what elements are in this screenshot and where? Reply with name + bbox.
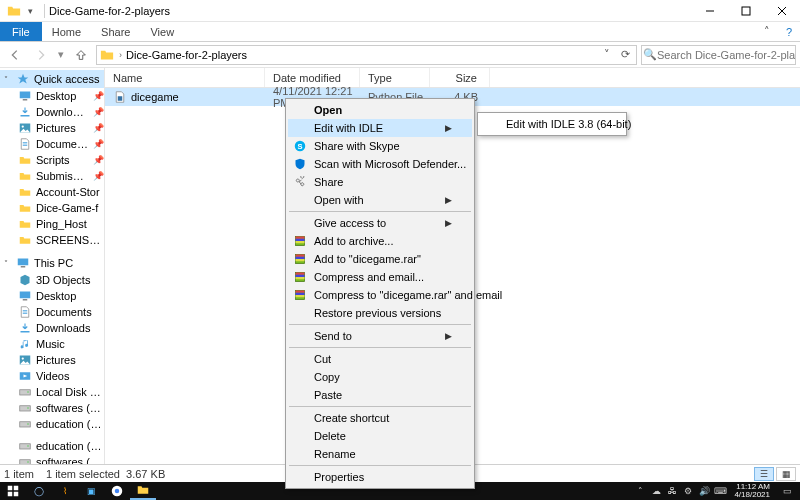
context-menu-item[interactable]: Compress to "dicegame.rar" and email — [288, 286, 472, 304]
context-menu-item[interactable]: Add to "dicegame.rar" — [288, 250, 472, 268]
search-box[interactable]: 🔍 — [641, 45, 796, 65]
sidebar-item[interactable]: softwares (D:) — [0, 400, 104, 416]
sidebar-item[interactable]: Ping_Host — [0, 216, 104, 232]
search-input[interactable] — [657, 49, 795, 61]
maximize-button[interactable] — [728, 0, 764, 22]
context-menu-item[interactable]: Share — [288, 173, 472, 191]
sidebar-item[interactable]: Account-Stor — [0, 184, 104, 200]
taskbar-app-store[interactable]: ▣ — [78, 482, 104, 500]
context-menu-item[interactable]: Paste — [288, 386, 472, 404]
tab-home[interactable]: Home — [42, 22, 91, 41]
sidebar-item[interactable]: Music — [0, 336, 104, 352]
start-button[interactable] — [0, 482, 26, 500]
taskbar-app-explorer[interactable] — [130, 482, 156, 500]
sidebar-item[interactable]: Scripts📌 — [0, 152, 104, 168]
taskbar-app-cortana[interactable]: ◯ — [26, 482, 52, 500]
address-dropdown-button[interactable]: ˅ — [598, 48, 616, 61]
separator — [44, 4, 45, 18]
column-header-name[interactable]: Name — [105, 68, 265, 87]
context-menu-item[interactable]: SShare with Skype — [288, 137, 472, 155]
sidebar-item[interactable]: Local Disk (C:) — [0, 384, 104, 400]
sidebar-item-label: Dice-Game-f — [36, 202, 104, 214]
tab-share[interactable]: Share — [91, 22, 140, 41]
nav-up-button[interactable] — [70, 44, 92, 66]
sidebar-item[interactable]: Dice-Game-f — [0, 200, 104, 216]
context-menu-item[interactable]: Edit with IDLE▶ — [288, 119, 472, 137]
sidebar-item[interactable]: education (E:) — [0, 416, 104, 432]
tray-volume-icon[interactable]: 🔊 — [698, 486, 710, 496]
taskbar-app-chrome[interactable] — [104, 482, 130, 500]
column-header-size[interactable]: Size — [430, 68, 490, 87]
address-box[interactable]: › Dice-Game-for-2-players ˅ ⟳ — [96, 45, 637, 65]
sidebar-item-label: Scripts — [36, 154, 89, 166]
svg-rect-49 — [14, 492, 19, 497]
context-menu-item[interactable]: Delete — [288, 427, 472, 445]
sidebar-item[interactable]: Submission P📌 — [0, 168, 104, 184]
taskbar-clock[interactable]: 11:12 AM 4/18/2021 — [730, 483, 774, 499]
svg-rect-43 — [296, 291, 305, 293]
tray-wifi-icon[interactable]: ⚙ — [682, 486, 694, 496]
context-menu-item[interactable]: Send to▶ — [288, 327, 472, 345]
context-menu-item[interactable]: Rename — [288, 445, 472, 463]
context-menu-item[interactable]: Cut — [288, 350, 472, 368]
context-menu-item[interactable]: Scan with Microsoft Defender... — [288, 155, 472, 173]
context-menu-item[interactable]: Give access to▶ — [288, 214, 472, 232]
sidebar-item[interactable]: education (E:) — [0, 438, 104, 454]
column-header-type[interactable]: Type — [360, 68, 430, 87]
menu-item-label: Edit with IDLE — [314, 122, 423, 134]
svg-rect-36 — [296, 257, 305, 259]
nav-forward-button[interactable] — [30, 44, 52, 66]
recent-locations-button[interactable]: ▾ — [56, 44, 66, 66]
context-menu-item[interactable]: Create shortcut — [288, 409, 472, 427]
nav-back-button[interactable] — [4, 44, 26, 66]
context-menu-item[interactable]: Copy — [288, 368, 472, 386]
sidebar-item[interactable]: Videos — [0, 368, 104, 384]
refresh-button[interactable]: ⟳ — [616, 48, 634, 61]
view-large-icons-button[interactable]: ▦ — [776, 467, 796, 481]
blank-icon — [292, 120, 308, 136]
sidebar-quick-access-header[interactable]: ˅ Quick access — [0, 70, 104, 88]
sidebar-this-pc-header[interactable]: ˅ This PC — [0, 254, 104, 272]
sidebar-item[interactable]: Documents📌 — [0, 136, 104, 152]
context-menu-item[interactable]: Compress and email... — [288, 268, 472, 286]
svg-rect-47 — [14, 486, 19, 491]
file-tab[interactable]: File — [0, 22, 42, 41]
sidebar-item[interactable]: Downloads — [0, 320, 104, 336]
context-menu-item[interactable]: Properties — [288, 468, 472, 486]
quick-access-toolbar-chevron-icon[interactable]: ▾ — [26, 6, 34, 16]
ribbon-collapse-button[interactable]: ˄ — [756, 22, 778, 41]
menu-item-label: Copy — [314, 371, 452, 383]
pin-icon: 📌 — [93, 139, 104, 149]
context-menu-item[interactable]: Add to archive... — [288, 232, 472, 250]
close-button[interactable] — [764, 0, 800, 22]
breadcrumb-segment[interactable]: Dice-Game-for-2-players — [124, 49, 249, 61]
svg-rect-14 — [20, 390, 31, 395]
help-button[interactable]: ? — [778, 22, 800, 41]
sidebar-item[interactable]: Pictures — [0, 352, 104, 368]
context-menu-item[interactable]: Restore previous versions — [288, 304, 472, 322]
minimize-button[interactable] — [692, 0, 728, 22]
taskbar-app-generic[interactable]: ⌇ — [52, 482, 78, 500]
chevron-right-icon[interactable]: › — [117, 50, 124, 60]
view-details-button[interactable]: ☰ — [754, 467, 774, 481]
action-center-button[interactable]: ▭ — [774, 482, 800, 500]
tray-network-icon[interactable]: 🖧 — [666, 486, 678, 496]
context-menu-item[interactable]: Open — [288, 101, 472, 119]
sidebar-item[interactable]: SCREENSHOTS — [0, 232, 104, 248]
sidebar-item[interactable]: Desktop — [0, 288, 104, 304]
file-name: dicegame — [131, 91, 179, 103]
tray-chevron-up-icon[interactable]: ˄ — [634, 486, 646, 496]
sidebar-item[interactable]: Documents — [0, 304, 104, 320]
skype-icon: S — [292, 138, 308, 154]
tray-onedrive-icon[interactable]: ☁ — [650, 486, 662, 496]
tray-language-icon[interactable]: ⌨ — [714, 486, 726, 496]
sidebar-item[interactable]: Pictures📌 — [0, 120, 104, 136]
sidebar-item[interactable]: Downloads📌 — [0, 104, 104, 120]
sidebar-item[interactable]: 3D Objects — [0, 272, 104, 288]
sidebar-item[interactable]: softwares (D:) — [0, 454, 104, 464]
context-menu: OpenEdit with IDLE▶SShare with SkypeScan… — [285, 98, 475, 489]
context-submenu-item[interactable]: Edit with IDLE 3.8 (64-bit) — [480, 115, 624, 133]
sidebar-item[interactable]: Desktop📌 — [0, 88, 104, 104]
context-menu-item[interactable]: Open with▶ — [288, 191, 472, 209]
tab-view[interactable]: View — [140, 22, 184, 41]
